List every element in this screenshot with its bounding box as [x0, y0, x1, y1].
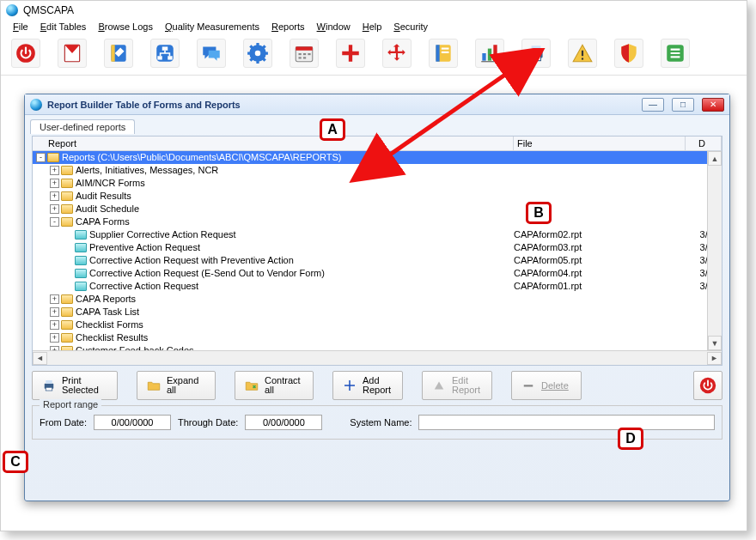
menubar: File Edit Tables Browse Logs Quality Mea…: [1, 20, 747, 35]
contract-label2: all: [265, 385, 301, 395]
tabstrip: User-defined reports: [25, 115, 729, 134]
calendar-icon[interactable]: [290, 39, 319, 68]
note-icon[interactable]: [104, 39, 133, 68]
folder-icon: [61, 204, 73, 214]
menu-reports[interactable]: Reports: [271, 21, 305, 32]
tree-row[interactable]: +Audit Schedule: [33, 203, 722, 215]
menu-edit-tables[interactable]: Edit Tables: [40, 21, 87, 32]
tree-label: Checklist Forms: [76, 319, 143, 331]
shield-icon[interactable]: [614, 39, 643, 68]
tab-user-defined[interactable]: User-defined reports: [30, 119, 135, 134]
printer-icon[interactable]: [521, 39, 551, 68]
through-date-input[interactable]: [245, 415, 322, 430]
col-d[interactable]: D: [686, 137, 722, 150]
move-icon[interactable]: [382, 39, 412, 68]
expand-icon[interactable]: +: [50, 204, 59, 214]
contract-all-button[interactable]: Contractall: [235, 371, 314, 400]
book-icon[interactable]: [429, 39, 458, 68]
system-name-input[interactable]: [418, 415, 715, 430]
svg-rect-26: [532, 56, 541, 60]
chat-icon[interactable]: [197, 39, 226, 68]
vertical-scrollbar[interactable]: ▲ ▼: [707, 151, 722, 350]
expand-icon[interactable]: +: [50, 191, 59, 201]
svg-rect-28: [582, 58, 583, 59]
close-panel-button[interactable]: [693, 371, 722, 400]
list-icon[interactable]: [661, 39, 690, 68]
minimize-button[interactable]: —: [642, 98, 664, 112]
col-file[interactable]: File: [514, 137, 686, 150]
svg-rect-7: [168, 56, 172, 59]
tree-row[interactable]: +CAPA Task List: [33, 306, 722, 319]
col-report[interactable]: Report: [33, 137, 514, 150]
inner-title: Report Builder Table of Forms and Report…: [47, 100, 241, 110]
scroll-down-icon[interactable]: ▼: [708, 336, 722, 350]
folder-icon: [61, 333, 73, 343]
pdf-icon[interactable]: [58, 39, 87, 68]
expand-icon[interactable]: +: [50, 166, 59, 175]
chart-icon[interactable]: [475, 39, 504, 68]
tree-row[interactable]: Supplier Corrective Action RequestCAPAfo…: [33, 228, 722, 241]
tree-label: CAPA Reports: [76, 293, 136, 306]
power-icon[interactable]: [11, 39, 40, 68]
add-report-button[interactable]: AddReport: [332, 371, 403, 400]
report-tree: Report File D -Reports (C:\Users\Public\…: [32, 136, 722, 366]
edit-report-button[interactable]: EditReport: [422, 371, 492, 400]
report-icon: [75, 230, 87, 240]
svg-rect-11: [296, 46, 313, 50]
tree-row[interactable]: +Alerts, Initiatives, Messages, NCR: [33, 164, 722, 177]
horizontal-scrollbar[interactable]: ◄ ►: [33, 350, 722, 365]
scroll-left-icon[interactable]: ◄: [33, 352, 47, 365]
tree-label: Audit Schedule: [76, 203, 139, 215]
delete-button[interactable]: Delete: [511, 371, 582, 400]
tree-row[interactable]: +Checklist Forms: [33, 319, 722, 331]
tree-spacer: [64, 269, 73, 278]
svg-point-9: [255, 51, 261, 57]
tree-row[interactable]: Corrective Action Request with Preventiv…: [33, 254, 722, 267]
scroll-right-icon[interactable]: ►: [707, 352, 722, 365]
plus-icon[interactable]: [336, 39, 365, 68]
tree-row[interactable]: Preventive Action RequestCAPAform03.rpt3…: [33, 241, 722, 254]
expand-icon[interactable]: +: [50, 333, 59, 343]
tree-row[interactable]: +AIM/NCR Forms: [33, 177, 722, 190]
svg-rect-32: [46, 387, 52, 391]
from-date-label: From Date:: [40, 417, 87, 428]
menu-security[interactable]: Security: [393, 21, 428, 32]
svg-rect-3: [111, 45, 114, 62]
tree-row[interactable]: -CAPA Forms: [33, 215, 722, 228]
callout-c: C: [3, 451, 28, 473]
tree-file: CAPAform05.rpt: [514, 254, 686, 267]
tree-row[interactable]: Corrective Action RequestCAPAform01.rpt3…: [33, 280, 722, 293]
expand-icon[interactable]: +: [50, 179, 59, 188]
expand-icon[interactable]: +: [50, 320, 59, 330]
menu-browse-logs[interactable]: Browse Logs: [98, 21, 153, 32]
tree-row[interactable]: +Checklist Results: [33, 331, 722, 344]
org-icon[interactable]: [150, 39, 180, 68]
expand-icon[interactable]: +: [50, 294, 59, 304]
warning-icon[interactable]: [568, 39, 597, 68]
tree-row[interactable]: +Audit Results: [33, 190, 722, 203]
close-button[interactable]: ✕: [702, 98, 724, 112]
expand-all-button[interactable]: Expandall: [137, 371, 216, 400]
tree-spacer: [64, 282, 73, 291]
menu-file[interactable]: File: [13, 21, 28, 32]
add-label2: Report: [363, 385, 391, 395]
maximize-button[interactable]: □: [672, 98, 694, 112]
menu-quality[interactable]: Quality Measurements: [165, 21, 259, 32]
from-date-input[interactable]: [94, 415, 171, 430]
tree-row[interactable]: +CAPA Reports: [33, 293, 722, 306]
menu-window[interactable]: Window: [317, 21, 351, 32]
collapse-icon[interactable]: -: [36, 153, 46, 162]
tree-file: CAPAform02.rpt: [514, 228, 686, 241]
tree-row[interactable]: -Reports (C:\Users\Public\Documents\ABCI…: [33, 151, 722, 164]
svg-rect-27: [582, 51, 583, 57]
expand-icon[interactable]: +: [50, 307, 59, 317]
tree-label: Supplier Corrective Action Request: [89, 228, 236, 241]
gear-icon[interactable]: [243, 39, 272, 68]
tree-row[interactable]: Corrective Action Request (E-Send Out to…: [33, 267, 722, 280]
button-bar: PrintSelected Expandall Contractall AddR…: [32, 371, 722, 400]
tree-body[interactable]: -Reports (C:\Users\Public\Documents\ABCI…: [33, 151, 722, 365]
collapse-icon[interactable]: -: [50, 217, 59, 227]
scroll-up-icon[interactable]: ▲: [708, 151, 722, 166]
menu-help[interactable]: Help: [363, 21, 382, 32]
print-selected-button[interactable]: PrintSelected: [32, 371, 118, 400]
